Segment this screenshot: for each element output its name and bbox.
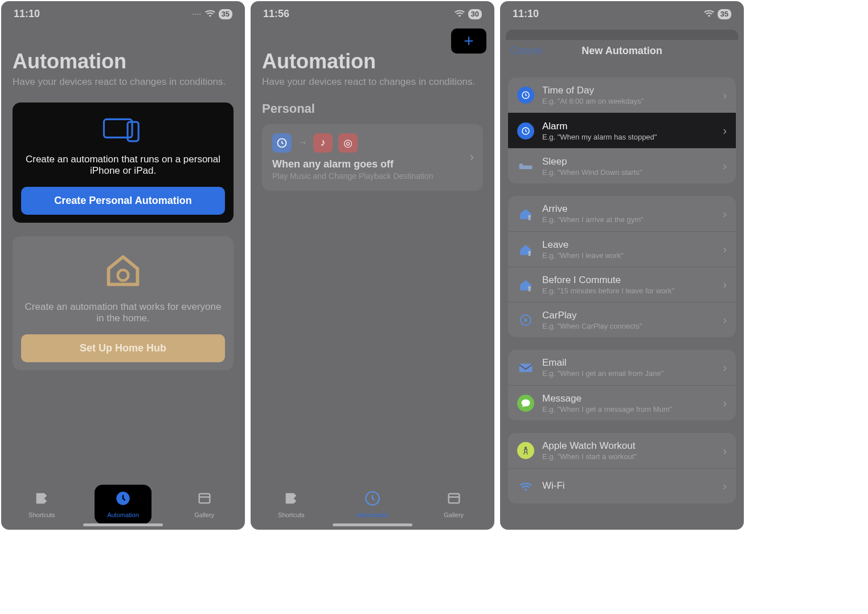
trigger-row-before-i-commute[interactable]: Before I CommuteE.g. "15 minutes before …	[508, 267, 736, 302]
trigger-sub: E.g. "When I arrive at the gym"	[542, 215, 715, 224]
workout-icon	[517, 442, 534, 459]
tab-bar: Shortcuts Automation Gallery	[251, 484, 494, 530]
tab-gallery[interactable]: Gallery	[425, 490, 482, 518]
bed-icon	[517, 158, 534, 175]
create-personal-automation-button[interactable]: Create Personal Automation	[21, 187, 225, 215]
trigger-row-arrive[interactable]: ArriveE.g. "When I arrive at the gym"›	[508, 196, 736, 231]
home-automation-card: Create an automation that works for ever…	[13, 236, 234, 370]
automation-row-sub: Play Music and Change Playback Destinati…	[272, 171, 473, 181]
tab-automation[interactable]: Automation	[95, 485, 152, 524]
trigger-sub: E.g. "At 8:00 am on weekdays"	[542, 97, 715, 105]
trigger-sub: E.g. "When Wind Down starts"	[542, 168, 715, 177]
trigger-group: Apple Watch WorkoutE.g. "When I start a …	[508, 433, 736, 504]
battery-icon: 35	[219, 9, 232, 19]
trigger-group: Time of DayE.g. "At 8:00 am on weekdays"…	[508, 77, 736, 183]
trigger-row-time-of-day[interactable]: Time of DayE.g. "At 8:00 am on weekdays"…	[508, 77, 736, 113]
trigger-sub: E.g. "When I start a workout"	[542, 452, 715, 461]
page-subtitle: Have your devices react to changes in co…	[262, 76, 483, 89]
tab-shortcuts[interactable]: Shortcuts	[13, 490, 70, 518]
automation-icon	[115, 490, 131, 510]
trigger-row-carplay[interactable]: CarPlayE.g. "When CarPlay connects"›	[508, 302, 736, 337]
svg-point-18	[528, 286, 531, 289]
add-button[interactable]: +	[451, 28, 486, 54]
trigger-row-message[interactable]: MessageE.g. "When I get a message from M…	[508, 385, 736, 420]
shortcuts-icon	[283, 490, 299, 510]
automation-row[interactable]: → ♪ ◎ When any alarm goes off Play Music…	[262, 124, 483, 191]
trigger-row-email[interactable]: EmailE.g. "When I get an email from Jane…	[508, 350, 736, 385]
trigger-row-leave[interactable]: LeaveE.g. "When I leave work"›	[508, 231, 736, 267]
trigger-title: Sleep	[542, 156, 715, 167]
trigger-list: Time of DayE.g. "At 8:00 am on weekdays"…	[500, 65, 744, 504]
modal-header: Cancel New Automation	[500, 24, 744, 65]
home-card-desc: Create an automation that works for ever…	[18, 301, 228, 324]
trigger-row-apple-watch-workout[interactable]: Apple Watch WorkoutE.g. "When I start a …	[508, 433, 736, 468]
svg-rect-4	[199, 493, 210, 502]
chevron-right-icon: ›	[723, 243, 727, 256]
svg-point-2	[118, 270, 129, 281]
trigger-row-alarm[interactable]: AlarmE.g. "When my alarm has stopped"›	[508, 113, 736, 148]
music-icon: ♪	[313, 133, 333, 153]
home-indicator[interactable]	[83, 523, 163, 526]
wifi-icon	[205, 9, 215, 19]
arrow-icon: →	[297, 137, 308, 149]
chevron-right-icon: ›	[723, 396, 727, 410]
chevron-right-icon: ›	[723, 124, 727, 137]
chevron-right-icon: ›	[723, 207, 727, 220]
screenshot-panel-1: 11:10 •••• 35 Automation Have your devic…	[1, 1, 245, 530]
cancel-button[interactable]: Cancel	[510, 45, 542, 57]
gallery-icon	[446, 490, 462, 510]
trigger-row-wi-fi[interactable]: Wi-Fi›	[508, 468, 736, 504]
status-bar: 11:10 •••• 35	[1, 1, 245, 24]
personal-card-desc: Create an automation that runs on a pers…	[18, 154, 228, 177]
tab-shortcuts[interactable]: Shortcuts	[263, 490, 320, 518]
trigger-row-sleep[interactable]: SleepE.g. "When Wind Down starts"›	[508, 148, 736, 183]
chevron-right-icon: ›	[723, 480, 727, 493]
battery-icon: 30	[468, 9, 482, 19]
clock-icon	[272, 133, 292, 153]
automation-row-title: When any alarm goes off	[272, 158, 473, 170]
modal-title: New Automation	[582, 45, 662, 57]
home-person-icon	[517, 241, 534, 258]
status-dots: ••••	[193, 11, 201, 17]
chevron-right-icon: ›	[723, 278, 727, 291]
status-bar: 11:10 35	[500, 1, 744, 24]
plus-icon: +	[464, 32, 474, 50]
chevron-right-icon: ›	[470, 150, 474, 165]
mail-icon	[517, 359, 534, 376]
page-subtitle: Have your devices react to changes in co…	[13, 76, 234, 89]
trigger-sub: E.g. "When my alarm has stopped"	[542, 133, 715, 141]
wifi-trigger-icon	[517, 478, 534, 495]
status-time: 11:56	[263, 8, 289, 20]
trigger-title: Time of Day	[542, 85, 715, 96]
trigger-title: Alarm	[542, 121, 715, 132]
trigger-group: ArriveE.g. "When I arrive at the gym"›Le…	[508, 196, 736, 337]
svg-rect-13	[519, 163, 523, 166]
svg-rect-15	[529, 218, 530, 220]
trigger-title: Email	[542, 357, 715, 369]
alarm-icon	[517, 122, 534, 140]
battery-icon: 35	[718, 9, 731, 19]
screenshot-panel-2: 11:56 30 + Automation Have your devices …	[251, 1, 494, 530]
svg-point-16	[528, 251, 531, 253]
svg-rect-19	[529, 289, 530, 291]
automation-icon	[365, 490, 380, 510]
svg-rect-21	[519, 364, 533, 373]
setup-home-hub-button[interactable]: Set Up Home Hub	[21, 334, 225, 362]
message-icon	[517, 395, 534, 412]
trigger-title: Wi-Fi	[542, 480, 715, 492]
home-person-icon	[517, 276, 534, 293]
chevron-right-icon: ›	[723, 361, 727, 374]
trigger-sub: E.g. "When I leave work"	[542, 251, 715, 260]
tab-automation[interactable]: Automation	[344, 490, 401, 518]
chevron-right-icon: ›	[723, 89, 727, 102]
status-time: 11:10	[14, 8, 40, 20]
personal-automation-card: Create an automation that runs on a pers…	[13, 103, 234, 223]
home-indicator[interactable]	[333, 523, 412, 526]
screenshot-panel-3: 11:10 35 Cancel New Automation Time of D…	[500, 1, 744, 530]
tab-bar: Shortcuts Automation Gallery	[1, 484, 245, 530]
tab-gallery[interactable]: Gallery	[176, 490, 233, 518]
section-personal: Personal	[262, 101, 483, 116]
carplay-icon	[517, 312, 534, 329]
trigger-title: Before I Commute	[542, 275, 715, 286]
trigger-sub: E.g. "15 minutes before I leave for work…	[542, 286, 715, 295]
